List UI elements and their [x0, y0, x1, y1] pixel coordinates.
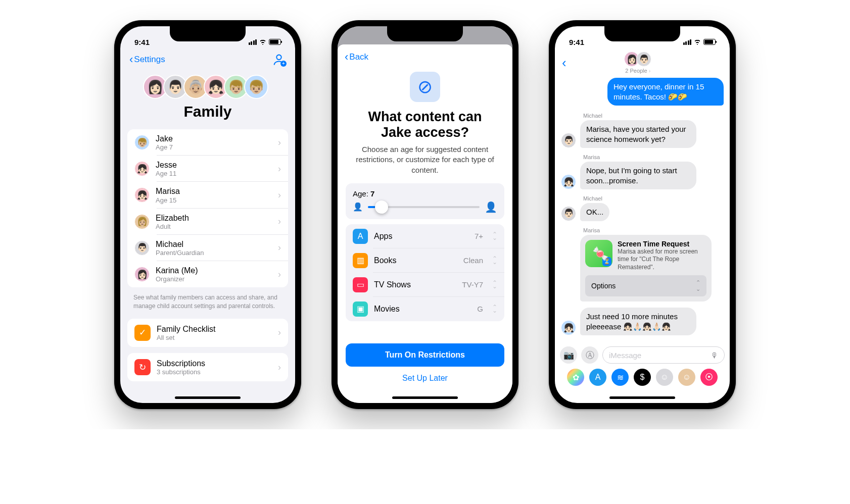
notch	[387, 26, 463, 41]
back-to-settings[interactable]: ‹ Settings	[129, 54, 165, 65]
subscriptions-icon: ↻	[134, 359, 151, 375]
turn-on-restrictions-button[interactable]: Turn On Restrictions	[346, 343, 504, 367]
family-checklist-row[interactable]: ✓ Family Checklist All set ›	[127, 319, 288, 347]
member-role: Age 7	[156, 143, 272, 151]
incoming-message: Marisa, have you started your science ho…	[580, 120, 696, 148]
chevron-right-icon: ›	[278, 242, 281, 253]
slider-thumb[interactable]	[375, 200, 388, 214]
subscriptions-title: Subscriptions	[157, 359, 272, 368]
dictation-icon[interactable]: 🎙	[711, 351, 718, 360]
age-label: Age:	[353, 189, 368, 198]
category-row[interactable]: AApps7+⌃⌄	[346, 224, 504, 248]
add-family-member-button[interactable]: +	[272, 53, 286, 67]
status-time: 9:41	[569, 38, 584, 46]
chevron-right-icon: ›	[278, 362, 281, 373]
chevron-right-icon: ›	[278, 327, 281, 338]
category-row[interactable]: ▭TV ShowsTV-Y7⌃⌄	[346, 273, 504, 297]
family-member-row[interactable]: 👩🏼ElizabethAdult›	[127, 209, 288, 235]
message-row: 👨🏻Marisa, have you started your science …	[561, 120, 724, 148]
chevron-up-down-icon: ⌃⌄	[492, 233, 497, 240]
sender-avatar: 👧🏻	[561, 320, 576, 335]
member-name: Elizabeth	[156, 213, 272, 223]
options-button[interactable]: Options ⌃⌄	[585, 275, 706, 296]
home-indicator[interactable]	[175, 396, 241, 399]
app-thumbnail: ⏳	[585, 240, 612, 267]
home-indicator[interactable]	[609, 396, 675, 399]
member-name: Michael	[156, 239, 272, 249]
subscriptions-sub: 3 subscriptions	[157, 368, 272, 376]
camera-button[interactable]: 📷	[560, 346, 577, 364]
member-name: Jesse	[156, 160, 272, 170]
chevron-right-icon: ›	[278, 216, 281, 227]
category-icon: ▥	[353, 253, 368, 268]
search-icon[interactable]: ⦿	[700, 369, 718, 386]
category-label: Apps	[374, 232, 392, 241]
conversation-header[interactable]: 👩🏻 👨🏻 2 People ›	[571, 52, 705, 74]
message-placeholder: iMessage	[609, 351, 641, 360]
family-member-row[interactable]: 👨🏻MichaelParent/Guardian›	[127, 235, 288, 261]
family-member-row[interactable]: 👧🏻MarisaAge 15›	[127, 182, 288, 208]
no-sign-icon: ⊘	[410, 72, 440, 102]
checklist-icon: ✓	[134, 325, 151, 341]
message-row: 👧🏻Nope, but I'm going to start soon...pr…	[561, 162, 724, 189]
family-members-list: 👦🏼JakeAge 7›👧🏻JesseAge 11›👧🏻MarisaAge 15…	[127, 129, 288, 287]
category-label: TV Shows	[374, 280, 411, 289]
family-avatar-stack: 👩🏻👨🏻👵🏼👧🏻👦🏼👦🏼	[120, 75, 295, 99]
family-member-row[interactable]: 👧🏻JesseAge 11›	[127, 156, 288, 182]
chevron-left-icon: ‹	[129, 54, 133, 65]
message-thread[interactable]: Hey everyone, dinner in 15 minutes. Taco…	[555, 76, 730, 343]
battery-icon	[269, 39, 281, 45]
message-input[interactable]: iMessage 🎙	[602, 346, 725, 364]
family-member-row[interactable]: 👦🏼JakeAge 7›	[127, 129, 288, 156]
home-indicator[interactable]	[392, 396, 458, 399]
sender-label: Michael	[583, 195, 724, 201]
category-icon: ▣	[353, 301, 368, 317]
app-drawer-button[interactable]: Ⓐ	[581, 346, 598, 364]
photos-icon[interactable]: ✿	[567, 369, 584, 386]
incoming-message: Nope, but I'm going to start soon...prom…	[580, 162, 696, 189]
category-row[interactable]: ▣MoviesG⌃⌄	[346, 297, 504, 321]
member-avatar: 👧🏻	[134, 187, 150, 203]
member-avatar: 👦🏼	[134, 135, 150, 150]
member-role: Adult	[156, 223, 272, 230]
chevron-up-down-icon: ⌃⌄	[492, 281, 497, 288]
category-icon: ▭	[353, 277, 368, 292]
member-role: Organizer	[156, 275, 272, 283]
phone-content-restrictions: 9:41 ‹ Back ⊘ What content can Jake acce…	[332, 20, 518, 409]
category-value: TV-Y7	[462, 280, 483, 289]
member-name: Karina (Me)	[156, 266, 272, 275]
member-avatar: 👨🏻	[134, 240, 150, 256]
age-slider[interactable]	[368, 206, 480, 208]
request-title: Screen Time Request	[618, 240, 706, 248]
category-value: 7+	[475, 232, 483, 240]
sheet-subtitle: Choose an age for suggested content rest…	[338, 140, 512, 183]
family-member-row[interactable]: 👩🏻Karina (Me)Organizer›	[127, 261, 288, 287]
cellular-icon	[249, 39, 257, 45]
chevron-left-icon: ‹	[345, 52, 348, 63]
cellular-icon	[683, 39, 692, 45]
sheet-title: What content can Jake access?	[338, 109, 512, 140]
memoji2-icon[interactable]: ☺	[678, 369, 695, 386]
appstore-icon[interactable]: A	[589, 369, 606, 386]
sender-avatar: 👨🏻	[561, 206, 576, 221]
member-role: Age 15	[156, 196, 272, 204]
memoji-icon[interactable]: ☺	[656, 369, 673, 386]
category-value: Clean	[463, 256, 483, 265]
phone-messages: 9:41 ‹ 👩🏻 👨🏻 2 People › Hey everyone, di…	[549, 20, 736, 409]
child-icon: 👤	[353, 202, 363, 212]
chevron-up-down-icon: ⌃⌄	[492, 306, 497, 313]
hourglass-icon: ⏳	[602, 257, 611, 266]
cash-icon[interactable]: $	[634, 369, 651, 386]
screen-time-request-card: ⏳ Screen Time Request Marisa asked for m…	[580, 235, 712, 302]
subscriptions-row[interactable]: ↻ Subscriptions 3 subscriptions ›	[127, 353, 288, 381]
phone-family-settings: 9:41 ‹ Settings + 👩🏻👨🏻👵🏼👧🏻👦🏼👦🏼 Family 👦🏼…	[114, 20, 301, 409]
audio-icon[interactable]: ≋	[611, 369, 629, 386]
back-button[interactable]: ‹	[562, 55, 566, 71]
back-button[interactable]: ‹ Back	[345, 52, 505, 63]
sender-label: Marisa	[583, 154, 724, 160]
chevron-up-down-icon: ⌃⌄	[696, 279, 700, 292]
incoming-message: OK...	[580, 203, 609, 221]
request-body: Marisa asked for more screen time for "C…	[618, 248, 706, 272]
chevron-right-icon: ›	[278, 269, 281, 280]
category-row[interactable]: ▥BooksClean⌃⌄	[346, 248, 504, 273]
